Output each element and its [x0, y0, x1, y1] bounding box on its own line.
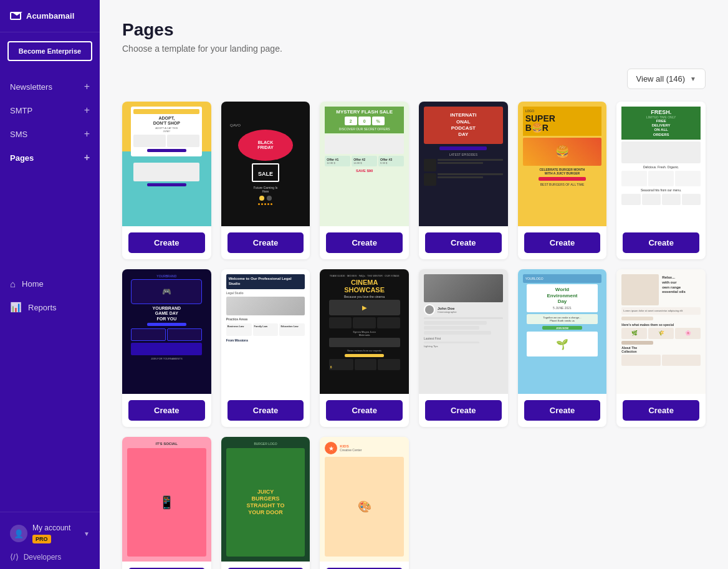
template-card-flashsale: MYSTERY FLASH SALE 2 0 % DISCOVER OUR SE…: [320, 102, 409, 259]
sidebar-item-reports[interactable]: 📊 Reports: [0, 295, 100, 319]
template-card-burgers2: BURGER LOGO JUICYBURGERSSTRAIGHT TOYOUR …: [221, 437, 310, 569]
template-preview-superburger: LOGO SUPERB🍔R 🍔 CELEBRATE BURGER MONTHWI…: [518, 102, 607, 226]
plus-icon-sms: +: [84, 128, 90, 140]
templates-grid: ADOPT,DON'T SHOP ADOPT A CAT THISJUNE! C…: [122, 102, 706, 569]
home-icon: ⌂: [10, 279, 16, 289]
create-button-legal[interactable]: Create: [228, 400, 304, 421]
enterprise-button[interactable]: Become Enterprise: [7, 41, 92, 61]
page-title: Pages: [122, 20, 706, 40]
main-nav: Newsletters + SMTP + SMS + Pages +: [0, 70, 100, 267]
template-preview-legal: Welcome to Our Professional LegalStudio …: [221, 269, 310, 394]
sidebar: Acumbamail Become Enterprise Newsletters…: [0, 0, 100, 569]
template-preview-flashsale: MYSTERY FLASH SALE 2 0 % DISCOVER OUR SE…: [320, 102, 409, 226]
create-button-cinema[interactable]: Create: [326, 400, 403, 421]
template-preview-essential: Relax...with ourown rangeessential oils …: [616, 269, 706, 394]
sidebar-item-home[interactable]: ⌂ Home: [0, 272, 100, 295]
chevron-down-icon: ▼: [84, 530, 90, 537]
create-button-gaming[interactable]: Create: [128, 400, 205, 421]
template-card-cinema: TEAM GUIDE · MOVIES · FAQs · THE WINTER …: [320, 269, 409, 427]
template-preview-cinema: TEAM GUIDE · MOVIES · FAQs · THE WINTER …: [320, 269, 409, 394]
template-card-essential: Relax...with ourown rangeessential oils …: [616, 269, 706, 427]
plus-icon-newsletters: +: [84, 81, 90, 92]
nav-label-smtp: SMTP: [10, 106, 32, 115]
create-button-flashsale[interactable]: Create: [326, 232, 403, 253]
template-card-gaming: YOURBRAND 🎮 YOURBRANDGAME DAYFOR YOU JOI…: [122, 269, 211, 427]
logo-icon: [10, 12, 21, 20]
sidebar-item-developers[interactable]: ⟨/⟩ Developers: [10, 547, 90, 562]
sidebar-item-pages[interactable]: Pages +: [0, 146, 100, 170]
main-content: Pages Choose a template for your landing…: [100, 0, 728, 569]
template-card-superburger: LOGO SUPERB🍔R 🍔 CELEBRATE BURGER MONTHWI…: [518, 102, 607, 259]
avatar: 👤: [10, 525, 27, 542]
create-button-adopt[interactable]: Create: [128, 232, 205, 253]
template-card-social: IT'S SOCIAL 📱 Create: [122, 437, 211, 569]
nav-label-reports: Reports: [28, 303, 57, 312]
developers-label: Developers: [24, 553, 62, 562]
pro-badge: PRO: [32, 535, 51, 543]
template-card-kids: ★ KIDS Creative Center 🎨 Create: [320, 437, 409, 569]
sidebar-item-newsletters[interactable]: Newsletters +: [0, 75, 100, 98]
reports-icon: 📊: [10, 302, 22, 313]
nav-label-pages: Pages: [10, 153, 34, 163]
account-label: My account: [32, 524, 79, 532]
create-button-podcast[interactable]: Create: [425, 232, 502, 253]
template-card-adopt: ADOPT,DON'T SHOP ADOPT A CAT THISJUNE! C…: [122, 102, 211, 259]
create-button-blackfriday[interactable]: Create: [228, 232, 304, 253]
template-card-worldenv: YOURLOGO WorldEnvironmentDay 5 JUNE 2021…: [518, 269, 607, 427]
template-preview-worldenv: YOURLOGO WorldEnvironmentDay 5 JUNE 2021…: [518, 269, 607, 394]
template-preview-kids: ★ KIDS Creative Center 🎨: [320, 437, 409, 562]
template-preview-adopt: ADOPT,DON'T SHOP ADOPT A CAT THISJUNE!: [122, 102, 211, 226]
secondary-nav: ⌂ Home 📊 Reports: [0, 267, 100, 324]
sidebar-header: Acumbamail: [0, 0, 100, 32]
code-icon: ⟨/⟩: [10, 552, 19, 562]
plus-icon-smtp: +: [84, 105, 90, 116]
template-card-blackfriday: QAVO BLACKFRIDAY SALE Future Gaming IsHe…: [221, 102, 310, 259]
sidebar-item-sms[interactable]: SMS +: [0, 122, 100, 146]
create-button-fresh[interactable]: Create: [623, 232, 699, 253]
my-account-button[interactable]: 👤 My account PRO ▼: [10, 520, 90, 547]
template-card-johndoe: John Doe Cinematographer Lastest First L…: [419, 269, 508, 427]
sidebar-footer: 👤 My account PRO ▼ ⟨/⟩ Developers: [0, 512, 100, 569]
create-button-superburger[interactable]: Create: [524, 232, 601, 253]
template-card-legal: Welcome to Our Professional LegalStudio …: [221, 269, 310, 427]
view-all-dropdown[interactable]: View all (146) ▼: [627, 69, 706, 89]
plus-icon-pages: +: [84, 152, 90, 163]
template-preview-podcast: INTERNATIONALPODCASTDAY LATEST EPISODES: [419, 102, 508, 226]
template-card-podcast: INTERNATIONALPODCASTDAY LATEST EPISODES: [419, 102, 508, 259]
template-preview-burgers2: BURGER LOGO JUICYBURGERSSTRAIGHT TOYOUR …: [221, 437, 310, 562]
nav-label-sms: SMS: [10, 130, 27, 139]
sidebar-item-smtp[interactable]: SMTP +: [0, 98, 100, 122]
template-preview-blackfriday: QAVO BLACKFRIDAY SALE Future Gaming IsHe…: [221, 102, 310, 226]
template-preview-gaming: YOURBRAND 🎮 YOURBRANDGAME DAYFOR YOU JOI…: [122, 269, 211, 394]
template-preview-fresh: FRESH. LIMITED TIME ONLY FREEDELIVERYON …: [616, 102, 706, 226]
top-bar: View all (146) ▼: [122, 69, 706, 89]
template-preview-social: IT'S SOCIAL 📱: [122, 437, 211, 562]
view-all-label: View all (146): [636, 74, 686, 84]
nav-label-home: Home: [22, 279, 44, 289]
nav-label-newsletters: Newsletters: [10, 82, 52, 92]
create-button-johndoe[interactable]: Create: [425, 400, 502, 421]
template-card-fresh: FRESH. LIMITED TIME ONLY FREEDELIVERYON …: [616, 102, 706, 259]
logo-text: Acumbamail: [26, 11, 74, 21]
create-button-essential[interactable]: Create: [623, 400, 699, 421]
page-subtitle: Choose a template for your landing page.: [122, 44, 706, 54]
template-preview-johndoe: John Doe Cinematographer Lastest First L…: [419, 269, 508, 394]
create-button-worldenv[interactable]: Create: [524, 400, 601, 421]
chevron-down-icon: ▼: [690, 75, 696, 82]
